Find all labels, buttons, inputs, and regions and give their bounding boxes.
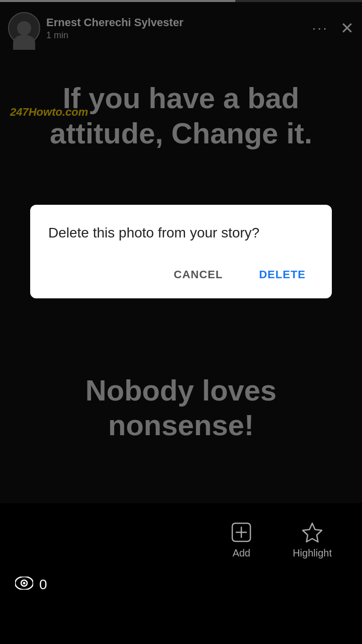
delete-button[interactable]: DELETE [251,263,314,286]
svg-point-2 [23,582,26,585]
highlight-icon [301,521,323,543]
dialog-actions: CANCEL DELETE [48,263,314,286]
views-count: 0 [39,577,47,593]
views-area: 0 [15,575,47,594]
bottom-actions: Add Highlight [30,521,332,559]
eye-icon [15,575,33,594]
dialog-overlay: Delete this photo from your story? CANCE… [0,0,362,503]
svg-marker-6 [303,523,322,542]
dialog-message: Delete this photo from your story? [48,223,314,243]
cancel-button[interactable]: CANCEL [166,263,231,286]
highlight-label: Highlight [293,547,332,559]
delete-dialog: Delete this photo from your story? CANCE… [30,205,332,298]
add-label: Add [232,547,250,559]
add-button[interactable]: Add [230,521,252,559]
bottom-bar: 0 Add Highlight [0,503,362,644]
highlight-button[interactable]: Highlight [293,521,332,559]
add-icon [230,521,252,543]
